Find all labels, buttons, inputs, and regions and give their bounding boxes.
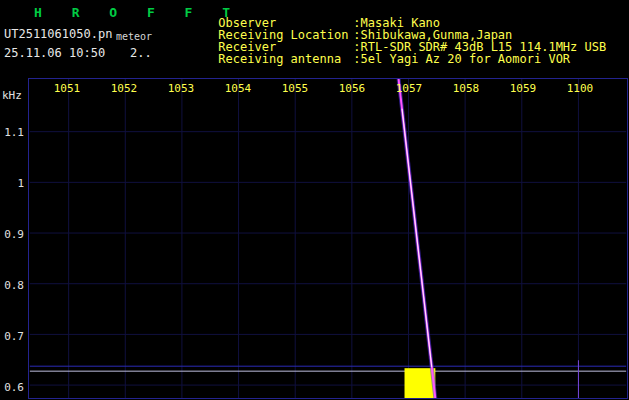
y-tick: 1 [0,177,24,190]
x-tick: 1100 [565,82,595,95]
khz-gridlines [30,132,626,385]
x-tick: 1054 [223,82,253,95]
doppler-trace [399,79,436,398]
x-tick: 1055 [280,82,310,95]
spectrogram-frame [28,78,628,399]
y-tick: 1.1 [0,126,24,139]
info-row-observer: Observer:Masaki Kano [175,5,606,17]
y-tick: 0.9 [0,228,24,241]
hrofft-screen: H R O F F T UT2511061050.pn meteor 25.11… [0,0,629,400]
output-filename: UT2511061050.pn [4,27,112,41]
doppler-trace-core [402,109,432,367]
x-tick: 1053 [166,82,196,95]
y-axis-unit-label: kHz [2,89,22,102]
x-tick: 1057 [394,82,424,95]
x-tick: 1052 [109,82,139,95]
station-name: meteor [116,31,152,42]
spectrogram-canvas [29,79,627,398]
count-indicator: 2.. [130,46,152,60]
y-tick: 0.8 [0,279,24,292]
info-value: :5el Yagi Az 20 for Aomori VOR [353,52,570,66]
y-tick: 0.7 [0,330,24,343]
x-tick: 1059 [508,82,538,95]
x-tick: 1051 [52,82,82,95]
x-tick: 1058 [451,82,481,95]
info-label: Receiving antenna [218,53,353,65]
minute-gridlines [69,79,579,398]
observer-info-block: Observer:Masaki Kano Receiving Location:… [175,5,606,53]
observation-datetime: 25.11.06 10:50 [4,46,105,60]
x-tick: 1056 [337,82,367,95]
y-tick: 0.6 [0,381,24,394]
